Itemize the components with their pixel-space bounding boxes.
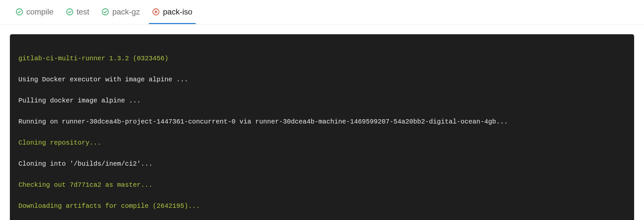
log-line: Pulling docker image alpine ... [18, 96, 626, 106]
log-line: gitlab-ci-multi-runner 1.3.2 (0323456) [18, 53, 626, 64]
log-line: Cloning repository... [18, 138, 626, 148]
tab-pack-gz[interactable]: pack-gz [102, 7, 140, 24]
log-line: Checking out 7d771ca2 as master... [18, 180, 626, 190]
pipeline-tabs: compile test pack-gz pack-iso [0, 0, 644, 24]
log-line: Running on runner-30dcea4b-project-14473… [18, 117, 626, 127]
tab-label: pack-iso [163, 7, 192, 16]
log-line: Using Docker executor with image alpine … [18, 74, 626, 85]
build-log-terminal: gitlab-ci-multi-runner 1.3.2 (0323456) U… [10, 34, 634, 220]
x-circle-icon [152, 8, 160, 15]
tab-compile[interactable]: compile [16, 7, 54, 24]
check-circle-icon [16, 8, 23, 15]
svg-point-1 [66, 9, 73, 15]
svg-point-2 [102, 9, 109, 15]
check-circle-icon [66, 8, 73, 15]
tab-test[interactable]: test [66, 7, 89, 24]
tab-pack-iso[interactable]: pack-iso [152, 7, 192, 24]
tab-label: test [77, 7, 89, 16]
tab-label: pack-gz [112, 7, 140, 16]
check-circle-icon [102, 8, 109, 15]
log-line: Downloading artifacts for compile (26421… [18, 201, 626, 211]
svg-point-0 [16, 9, 23, 15]
log-line: Cloning into '/builds/inem/ci2'... [18, 159, 626, 169]
tab-label: compile [26, 7, 54, 16]
